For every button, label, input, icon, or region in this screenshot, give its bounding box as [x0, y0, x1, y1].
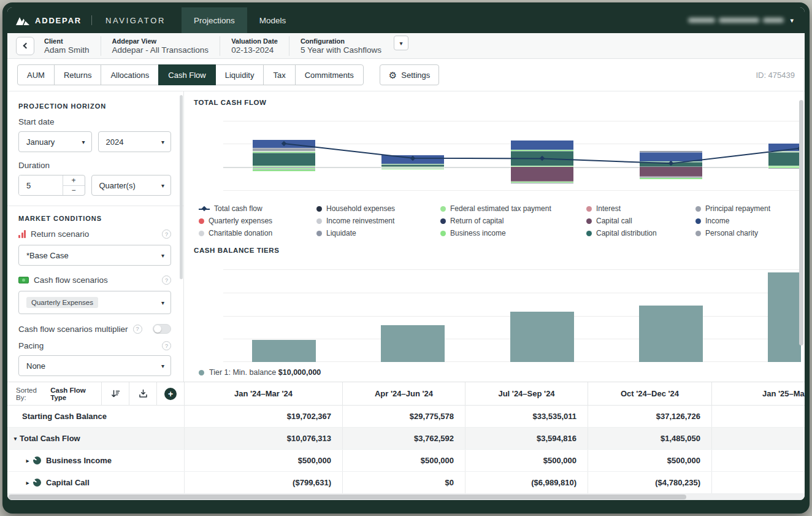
legend-dot-icon [586, 206, 592, 212]
total-cash-flow-line [223, 116, 801, 197]
help-icon[interactable]: ? [162, 275, 171, 285]
legend-item: Personal charity [695, 229, 805, 238]
pacing-select[interactable]: None ▾ [18, 355, 171, 376]
return-scenario-select[interactable]: *Base Case ▾ [18, 245, 171, 266]
legend-item: Principal repayment [695, 204, 805, 214]
column-header: Jul '24–Sep '24 [465, 382, 588, 406]
cash-flow-scenarios-select[interactable]: Quarterly Expenses ▾ [18, 291, 171, 314]
legend-dot-icon [586, 231, 592, 236]
legend-dot-icon [586, 218, 592, 224]
user-email-blurred[interactable] [688, 18, 784, 23]
legend-column: Household expensesIncome reinvestmentLiq… [316, 204, 440, 238]
column-header: Oct '24–Dec '24 [588, 382, 711, 406]
gear-icon: ⚙ [389, 71, 397, 80]
sort-button[interactable] [101, 382, 129, 405]
market-conditions-heading: MARKET CONDITIONS [18, 215, 171, 222]
row-label-cell: ▸Business Income [7, 450, 184, 471]
table-control-row: Sorted By: Cash Flow Type [7, 382, 805, 406]
pie-chart-icon [33, 456, 41, 464]
multiplier-toggle[interactable] [153, 324, 171, 334]
legend-label: Income reinvestment [326, 217, 394, 226]
horizontal-scrollbar[interactable] [7, 494, 805, 500]
total-cash-flow-chart: $20M$10M$0-$10M [223, 116, 801, 197]
expand-caret-icon[interactable]: ▸ [23, 480, 32, 486]
addepar-logo: ADDEPAR [7, 7, 91, 33]
add-column-button[interactable]: + [156, 382, 184, 405]
legend-item: Federal estimated tax payment [440, 204, 586, 214]
cell-value: $3,762,592 [342, 428, 465, 449]
app: ADDEPAR NAVIGATOR ProjectionsModels ▾ Cl… [7, 7, 805, 500]
nav-tab-models[interactable]: Models [247, 7, 299, 33]
cell-value: $500,000 [342, 450, 465, 471]
collapse-caret-icon[interactable]: ▾ [11, 436, 20, 442]
cell-value [711, 450, 805, 471]
user-menu-caret-icon[interactable]: ▾ [790, 17, 794, 25]
settings-label: Settings [401, 71, 430, 80]
row-label: Capital Call [46, 478, 90, 487]
tab-returns[interactable]: Returns [54, 64, 102, 85]
chevron-down-icon: ▾ [161, 299, 164, 306]
duration-unit-select[interactable]: Quarter(s) ▾ [91, 175, 172, 196]
tab-liquidity[interactable]: Liquidity [215, 64, 264, 85]
total-cash-flow-legend: Total cash flowQuarterly expensesCharita… [199, 204, 805, 238]
legend-dot-icon [695, 231, 701, 236]
decrement-button[interactable]: − [63, 186, 85, 196]
projection-horizon-heading: PROJECTION HORIZON [18, 102, 171, 110]
legend-item: Return of capital [440, 217, 586, 226]
cell-value: $33,535,011 [465, 406, 588, 427]
sidebar-scrollbar[interactable] [180, 95, 183, 279]
context-bar: ClientAdam SmithAddepar ViewAddepar - Al… [7, 33, 805, 59]
duration-stepper: + − [18, 175, 85, 196]
expand-caret-icon[interactable]: ▸ [23, 458, 32, 464]
legend-dot-icon [199, 218, 204, 224]
legend-item: Liquidate [316, 229, 440, 238]
sorted-by-value[interactable]: Cash Flow Type [50, 387, 101, 401]
tab-allocations[interactable]: Allocations [101, 64, 159, 85]
legend-dot-icon [440, 206, 446, 212]
window-frame: ADDEPAR NAVIGATOR ProjectionsModels ▾ Cl… [2, 2, 810, 514]
duration-unit-value: Quarter(s) [99, 181, 136, 190]
sorted-by-label: Sorted By: [16, 387, 47, 401]
legend-dot-icon [316, 231, 322, 236]
context-field-value: 5 Year with Cashflows [301, 45, 381, 55]
nav-tab-projections[interactable]: Projections [182, 7, 247, 33]
gridline: $48M [223, 269, 801, 270]
download-button[interactable] [129, 382, 156, 405]
tier-label: Tier 1: Min. balance [209, 368, 276, 377]
tab-tax[interactable]: Tax [263, 64, 295, 85]
sort-icon [110, 388, 121, 399]
cell-value: $37,126,726 [588, 406, 711, 427]
help-icon[interactable]: ? [133, 325, 142, 334]
table-row[interactable]: Starting Cash Balance$19,702,367$29,775,… [7, 406, 805, 428]
settings-button[interactable]: ⚙ Settings [380, 64, 439, 85]
legend-item: Charitable donation [199, 229, 316, 238]
main-scrollbar[interactable] [799, 100, 803, 345]
table-row[interactable]: ▸Capital Call($799,631)$0($6,989,810)($4… [7, 472, 805, 494]
context-field-configuration: Configuration5 Year with Cashflows [289, 36, 393, 56]
cash-balance-tiers-chart: $48M$42M$36M$30M$24M [223, 264, 801, 362]
legend-column: InterestCapital callCapital distribution [586, 204, 695, 238]
start-month-select[interactable]: January ▾ [18, 131, 92, 152]
configuration-dropdown-button[interactable]: ▾ [394, 36, 408, 50]
cell-value: $0 [342, 472, 465, 493]
legend-label: Liquidate [326, 229, 356, 238]
help-icon[interactable]: ? [162, 341, 171, 350]
page-id: ID: 475439 [756, 71, 795, 80]
row-label: Total Cash Flow [20, 434, 80, 443]
legend-label: Federal estimated tax payment [450, 204, 551, 214]
duration-input[interactable] [19, 175, 63, 195]
chevron-down-icon: ▾ [161, 139, 164, 145]
start-year-select[interactable]: 2024 ▾ [98, 131, 172, 152]
help-icon[interactable]: ? [162, 229, 171, 239]
back-button[interactable] [16, 37, 34, 55]
tab-commitments[interactable]: Commitments [295, 64, 364, 85]
cell-value: $500,000 [184, 450, 342, 471]
legend-label: Business income [450, 229, 506, 238]
table-row[interactable]: ▾Total Cash Flow$10,076,313$3,762,592$3,… [7, 428, 805, 450]
increment-button[interactable]: + [63, 175, 85, 186]
table-row[interactable]: ▸Business Income$500,000$500,000$500,000… [7, 450, 805, 472]
chevron-down-icon: ▾ [82, 139, 85, 145]
tab-aum[interactable]: AUM [17, 64, 55, 85]
legend-label: Return of capital [450, 217, 504, 226]
tab-cash-flow[interactable]: Cash Flow [158, 64, 215, 85]
